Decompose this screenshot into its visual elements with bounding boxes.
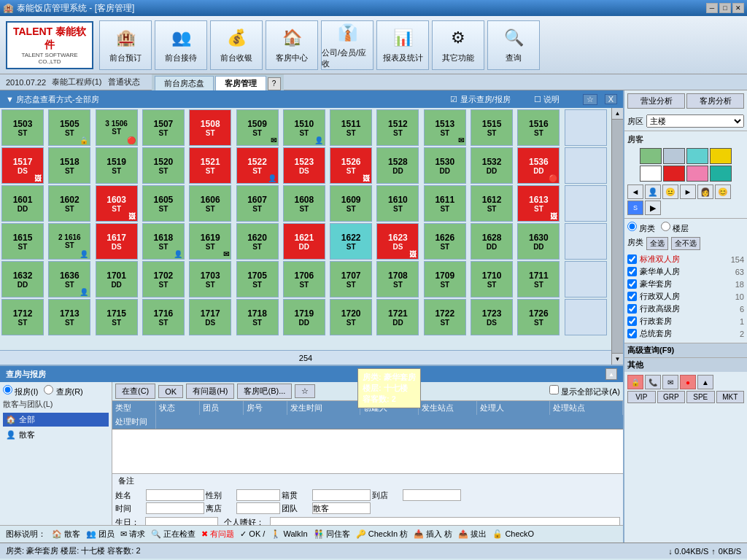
room-cell[interactable]: 1622ST <box>330 223 372 260</box>
room-area-select[interactable]: 主楼 <box>646 114 744 128</box>
business-analysis-btn[interactable]: 营业分析 <box>627 93 685 109</box>
room-cell[interactable]: 1615ST <box>1 223 44 260</box>
show-all-label[interactable]: 显示全部记录(A) <box>549 385 620 397</box>
vip-btn[interactable]: VIP <box>627 391 656 403</box>
room-cell[interactable]: 1610ST <box>376 185 419 222</box>
room-cell[interactable]: 1518ST <box>48 147 90 184</box>
name-input[interactable] <box>146 489 204 501</box>
toolbar-btn-other[interactable]: ⚙ 其它功能 <box>432 20 484 70</box>
room-cell[interactable]: 1532DD <box>471 147 513 184</box>
star-query-btn[interactable]: ☆ <box>295 384 315 398</box>
room-cell[interactable]: 1723DS <box>471 299 513 335</box>
room-cell[interactable] <box>565 223 607 260</box>
room-cell[interactable]: 1612ST <box>471 185 513 222</box>
close-btn-grid[interactable]: X <box>605 94 617 104</box>
origin-input[interactable] <box>312 489 371 501</box>
room-cell[interactable] <box>565 185 607 222</box>
room-cell[interactable]: 1521ST <box>189 147 231 184</box>
check-president[interactable] <box>627 329 637 338</box>
phone-icon-btn[interactable]: 📞 <box>645 375 661 389</box>
room-cell[interactable]: 1715ST <box>96 299 138 335</box>
room-cell[interactable]: 1505ST🔒 <box>48 109 90 146</box>
room-cell[interactable]: 1705ST <box>236 261 279 298</box>
room-analysis-btn[interactable]: 客房分析 <box>686 93 744 109</box>
check-deluxe-single[interactable] <box>627 267 637 276</box>
room-cell[interactable]: 1628DD <box>471 223 513 260</box>
ok-btn[interactable]: OK <box>158 385 183 398</box>
radio-room-type[interactable]: 房类 <box>627 222 655 234</box>
room-cell[interactable]: 1711ST <box>517 261 560 298</box>
room-cell[interactable]: 1712ST <box>1 299 44 335</box>
scroll-down-btn[interactable]: ▼ <box>612 353 623 365</box>
icon-face2[interactable]: 👩 <box>697 184 713 199</box>
room-cell[interactable]: 1630DD <box>517 223 560 260</box>
toolbar-btn-cashier[interactable]: 💰 前台收银 <box>210 20 263 70</box>
toolbar-btn-rooms[interactable]: 🏠 客房中心 <box>266 20 318 70</box>
room-cell[interactable]: 1606ST <box>189 185 231 222</box>
room-cell[interactable]: 1530DD <box>424 147 466 184</box>
check-exec-suite[interactable] <box>627 316 637 326</box>
check-standard[interactable] <box>627 254 637 264</box>
star-btn[interactable]: ☆ <box>583 94 597 105</box>
advanced-query-label[interactable]: 高级查询(F9) <box>624 343 747 358</box>
show-room-label[interactable]: ☑ 显示查房/报房 <box>450 94 510 105</box>
room-cell[interactable]: 1707ST <box>330 261 372 298</box>
room-cell[interactable]: 1710ST <box>471 261 513 298</box>
room-cell[interactable]: 1719DD <box>283 299 325 335</box>
tab-room-state[interactable]: 前台房态盘 <box>155 76 214 90</box>
team-input[interactable] <box>312 502 371 514</box>
query-scroll-up[interactable]: ▲ <box>605 368 617 380</box>
toolbar-btn-company[interactable]: 👔 公司/会员/应收 <box>321 20 374 70</box>
toolbar-btn-reports[interactable]: 📊 报表及统计 <box>376 20 429 70</box>
room-cell[interactable]: 3 1506ST🔴 <box>96 109 138 146</box>
room-cell[interactable]: 1721DD <box>376 299 419 335</box>
check-exec-double[interactable] <box>627 292 637 301</box>
room-cell[interactable]: 1611ST <box>424 185 466 222</box>
room-cell[interactable]: 1603ST🖼 <box>96 185 138 222</box>
room-cell[interactable]: 2 1616ST👤 <box>48 223 90 260</box>
toolbar-btn-checkin[interactable]: 🏨 前台预订 <box>99 20 152 70</box>
room-cell[interactable]: 1519ST <box>96 147 138 184</box>
room-scrollbar[interactable]: ▲ ▼ <box>611 108 623 365</box>
select-all-btn[interactable]: 全选 <box>646 237 668 250</box>
room-cell[interactable]: 1619ST✉ <box>189 223 231 260</box>
room-cell[interactable]: 1511ST <box>330 109 372 146</box>
room-cell[interactable]: 1702ST <box>142 261 185 298</box>
hobby-input[interactable] <box>270 517 620 525</box>
icon-face1[interactable]: 😐 <box>662 184 678 199</box>
room-cell[interactable]: 1716ST <box>142 299 185 335</box>
room-cell[interactable] <box>565 261 607 298</box>
icon-arrow-right[interactable]: ► <box>680 184 696 199</box>
problem-btn[interactable]: 有问题(H) <box>186 384 234 399</box>
room-cell[interactable]: 1528DD <box>376 147 419 184</box>
mkt-btn[interactable]: MKT <box>716 391 745 403</box>
deselect-all-btn[interactable]: 全不选 <box>671 237 700 250</box>
room-cell[interactable]: 1722ST <box>424 299 466 335</box>
room-cell[interactable]: 1609ST <box>330 185 372 222</box>
time-input[interactable] <box>146 502 204 514</box>
icon-arrow-left[interactable]: ◄ <box>627 184 643 199</box>
room-cell[interactable]: 1706ST <box>283 261 325 298</box>
room-cell[interactable]: 1632DD <box>1 261 44 298</box>
list-item-guest[interactable]: 👤 散客 <box>3 428 109 442</box>
room-cell[interactable]: 1522ST👤 <box>236 147 279 184</box>
toolbar-btn-reception[interactable]: 👥 前台接待 <box>155 20 207 70</box>
room-cell[interactable]: 1536DD🔴 <box>517 147 560 184</box>
minimize-btn[interactable]: ─ <box>706 3 718 13</box>
tab-room-management[interactable]: 客房管理 <box>215 76 266 90</box>
close-btn[interactable]: ✕ <box>732 3 744 13</box>
checkin-date-input[interactable] <box>403 489 461 501</box>
room-cell[interactable]: 1713ST <box>48 299 90 335</box>
room-cell[interactable]: 1718ST <box>236 299 279 335</box>
room-cell[interactable]: 1623DS🖼 <box>376 223 419 260</box>
room-cell[interactable] <box>565 109 607 146</box>
room-cell[interactable]: 1523DS <box>283 147 325 184</box>
room-cell[interactable]: 1526ST🖼 <box>330 147 372 184</box>
roombar-btn[interactable]: 客房吧(B)... <box>237 384 292 399</box>
room-cell[interactable]: 1507ST <box>142 109 185 146</box>
room-cell[interactable]: 1626ST <box>424 223 466 260</box>
room-cell[interactable]: 1708ST <box>376 261 419 298</box>
room-cell[interactable]: 1512ST <box>376 109 419 146</box>
room-grid-scroll[interactable]: 1503ST1505ST🔒3 1506ST🔴1507ST1508ST1509ST… <box>0 108 611 350</box>
room-cell[interactable]: 1605ST <box>142 185 185 222</box>
